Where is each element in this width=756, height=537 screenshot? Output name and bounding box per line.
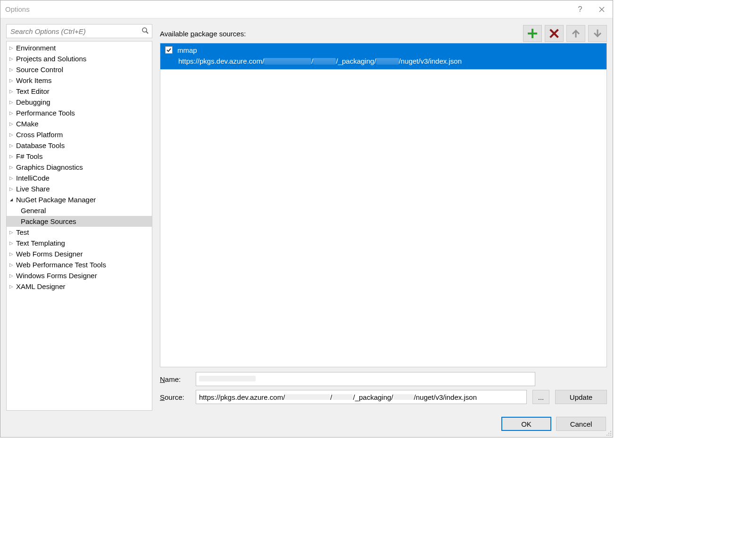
tree-item-label: Windows Forms Designer: [16, 272, 97, 280]
remove-source-button[interactable]: [545, 25, 564, 42]
move-up-button[interactable]: [566, 25, 585, 42]
ok-button[interactable]: OK: [501, 417, 551, 431]
chevron-right-icon: ▷: [8, 67, 14, 72]
tree-item[interactable]: Package Sources: [7, 216, 152, 227]
tree-item[interactable]: ▷XAML Designer: [7, 281, 152, 292]
arrow-down-icon: [593, 29, 602, 38]
tree-item-label: CMake: [16, 120, 39, 128]
chevron-right-icon: ▷: [8, 132, 14, 137]
tree-item[interactable]: ▷Debugging: [7, 97, 152, 107]
chevron-right-icon: ▷: [8, 110, 14, 116]
tree-item-label: Text Editor: [16, 87, 50, 95]
source-url: https://pkgs.dev.azure.com///_packaging/…: [177, 56, 462, 67]
package-sources-list[interactable]: mmap https://pkgs.dev.azure.com///_packa…: [160, 43, 607, 367]
tree-item-label: Package Sources: [21, 217, 76, 225]
tree-item[interactable]: ▷Text Templating: [7, 238, 152, 248]
options-tree[interactable]: ▷Environment▷Projects and Solutions▷Sour…: [6, 41, 152, 411]
svg-point-2: [610, 431, 611, 432]
tree-item[interactable]: ▷CMake: [7, 118, 152, 129]
svg-point-4: [610, 433, 611, 434]
tree-item-label: F# Tools: [16, 152, 42, 160]
source-label: Source:: [160, 393, 190, 401]
tree-item[interactable]: ▷Web Forms Designer: [7, 248, 152, 259]
search-input[interactable]: [9, 27, 141, 36]
tree-item[interactable]: ▷IntelliCode: [7, 173, 152, 183]
tree-item-label: Cross Platform: [16, 131, 63, 139]
move-down-button[interactable]: [588, 25, 607, 42]
svg-point-6: [608, 435, 609, 436]
chevron-right-icon: ▷: [8, 121, 14, 126]
svg-point-0: [142, 28, 147, 32]
edit-form: Name: Source: https://pkgs.dev.azure.com…: [160, 367, 607, 411]
chevron-right-icon: ▷: [8, 45, 14, 50]
tree-item-label: XAML Designer: [16, 282, 66, 290]
plus-icon: [528, 29, 537, 38]
tree-item-label: Text Templating: [16, 239, 65, 247]
tree-item-label: Database Tools: [16, 141, 65, 149]
chevron-down-icon: ◢: [8, 198, 14, 202]
help-button[interactable]: ?: [569, 0, 591, 18]
tree-item[interactable]: ▷Web Performance Test Tools: [7, 259, 152, 270]
dialog-footer: OK Cancel: [0, 411, 613, 437]
tree-item[interactable]: ▷Live Share: [7, 183, 152, 194]
chevron-right-icon: ▷: [8, 251, 14, 256]
tree-item[interactable]: ▷Projects and Solutions: [7, 53, 152, 64]
chevron-right-icon: ▷: [8, 262, 14, 267]
dialog-body: ▷Environment▷Projects and Solutions▷Sour…: [0, 18, 613, 411]
tree-item-label: Work Items: [16, 76, 52, 84]
search-box[interactable]: [6, 24, 152, 38]
close-button[interactable]: [591, 0, 613, 18]
search-icon: [141, 27, 149, 36]
tree-item[interactable]: ▷Performance Tools: [7, 107, 152, 118]
tree-item[interactable]: ▷Text Editor: [7, 86, 152, 97]
window-title: Options: [5, 5, 569, 13]
resize-grip-icon[interactable]: [605, 430, 612, 436]
tree-item-label: IntelliCode: [16, 174, 50, 182]
options-dialog: Options ? ▷Environment▷Projects and Solu…: [0, 0, 613, 438]
chevron-right-icon: ▷: [8, 186, 14, 191]
add-source-button[interactable]: [523, 25, 542, 42]
tree-item[interactable]: ▷Source Control: [7, 64, 152, 75]
source-checkbox[interactable]: [165, 46, 173, 54]
sidebar: ▷Environment▷Projects and Solutions▷Sour…: [6, 24, 152, 411]
chevron-right-icon: ▷: [8, 143, 14, 148]
tree-item[interactable]: ▷Test: [7, 227, 152, 238]
titlebar: Options ?: [0, 0, 613, 18]
svg-point-3: [608, 433, 609, 434]
help-icon: ?: [578, 5, 582, 14]
cancel-button[interactable]: Cancel: [556, 417, 606, 431]
chevron-right-icon: ▷: [8, 56, 14, 61]
source-input[interactable]: https://pkgs.dev.azure.com///_packaging/…: [196, 390, 527, 404]
tree-item-label: Test: [16, 228, 29, 236]
svg-point-7: [610, 435, 611, 436]
tree-item[interactable]: General: [7, 205, 152, 216]
chevron-right-icon: ▷: [8, 165, 14, 170]
tree-item-label: NuGet Package Manager: [16, 196, 96, 204]
ellipsis-icon: ...: [538, 393, 544, 401]
browse-button[interactable]: ...: [532, 390, 549, 404]
update-button[interactable]: Update: [555, 390, 607, 404]
package-source-item[interactable]: mmap https://pkgs.dev.azure.com///_packa…: [160, 43, 606, 69]
source-name: mmap: [177, 45, 462, 56]
tree-item-label: Live Share: [16, 185, 50, 193]
tree-item-label: Performance Tools: [16, 109, 75, 117]
svg-point-5: [606, 435, 607, 436]
name-input[interactable]: [196, 372, 535, 386]
name-label: Name:: [160, 375, 190, 383]
x-icon: [549, 29, 559, 38]
tree-item[interactable]: ▷Work Items: [7, 75, 152, 86]
tree-item[interactable]: ▷Environment: [7, 42, 152, 53]
tree-item[interactable]: ▷Database Tools: [7, 140, 152, 151]
tree-item[interactable]: ◢NuGet Package Manager: [7, 194, 152, 205]
tree-item-label: Web Forms Designer: [16, 250, 83, 258]
chevron-right-icon: ▷: [8, 240, 14, 246]
tree-item[interactable]: ▷F# Tools: [7, 151, 152, 162]
svg-line-1: [146, 32, 148, 33]
tree-item-label: Source Control: [16, 66, 63, 74]
tree-item[interactable]: ▷Graphics Diagnostics: [7, 162, 152, 173]
arrow-up-icon: [571, 29, 581, 38]
available-sources-label: Available package sources:: [160, 30, 520, 38]
tree-item[interactable]: ▷Windows Forms Designer: [7, 270, 152, 281]
tree-item[interactable]: ▷Cross Platform: [7, 129, 152, 140]
chevron-right-icon: ▷: [8, 99, 14, 105]
